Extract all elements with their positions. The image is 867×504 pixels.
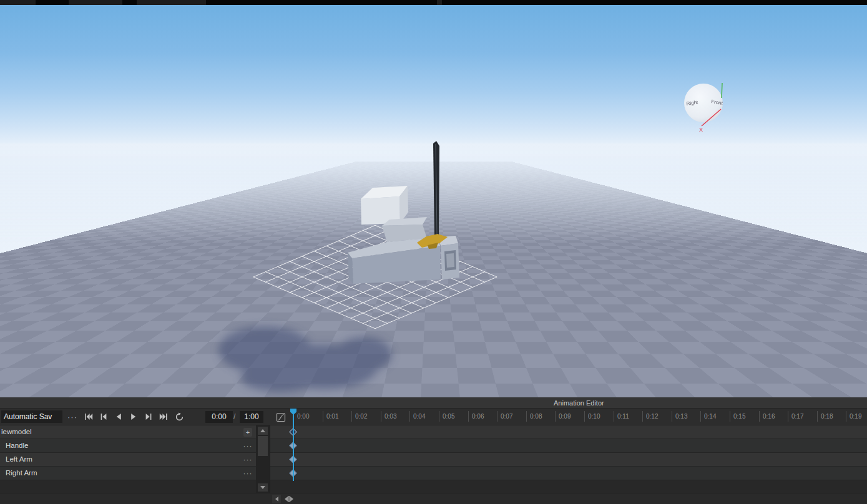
scroll-up-button[interactable] [258, 427, 268, 435]
add-track-button[interactable]: + [243, 428, 252, 437]
track-label: Handle [6, 442, 28, 449]
timeline-horizontal-scrollbar[interactable] [0, 493, 867, 504]
scroll-down-button[interactable] [258, 483, 268, 492]
studio-topbar [0, 0, 867, 5]
timeline-tick: 0:08 [526, 411, 542, 422]
previous-keyframe-icon [99, 412, 108, 421]
timeline-tick: 0:01 [323, 411, 338, 422]
left-arrow-icon [275, 497, 278, 502]
track-menu-button[interactable]: ··· [242, 454, 254, 465]
timeline-tick: 0:09 [555, 411, 571, 422]
loop-icon [175, 412, 184, 422]
zoom-left-icon [285, 497, 288, 502]
zoom-handle-bar-icon [288, 496, 290, 502]
next-keyframe-icon [144, 412, 153, 421]
topbar-segment [137, 0, 206, 5]
animation-editor-titlebar[interactable]: Animation Editor [0, 397, 867, 409]
scrollbar-thumb[interactable] [258, 436, 268, 456]
zoom-right-icon [290, 497, 293, 502]
skip-to-end-icon [159, 412, 168, 421]
timeline-tick: 0:17 [788, 411, 803, 422]
next-keyframe-button[interactable] [142, 410, 155, 423]
timeline-row[interactable] [270, 453, 867, 467]
track-list-scrollbar[interactable] [256, 425, 270, 493]
timeline-track-area[interactable] [270, 425, 867, 493]
timeline-tick: 0:12 [642, 411, 658, 422]
animation-editor-panel: Animation Editor Automatic Sav ··· [0, 397, 867, 504]
track-row-viewmodel[interactable]: iewmodel + [0, 425, 256, 439]
timeline-row[interactable] [270, 439, 867, 453]
track-label: Left Arm [6, 455, 32, 463]
track-label: iewmodel [1, 428, 32, 435]
timeline-tick: 0:13 [672, 411, 687, 422]
timeline-tick: 0:18 [817, 411, 833, 422]
play-button[interactable] [127, 410, 140, 423]
editor-menu-button[interactable]: ··· [66, 410, 79, 423]
skip-to-start-button[interactable] [82, 410, 96, 423]
timeline-zoom-handle[interactable] [283, 495, 295, 503]
track-label: Right Arm [6, 469, 37, 477]
track-row-right-arm[interactable]: Right Arm ··· [0, 467, 256, 480]
timeline-tick: 0:04 [409, 411, 425, 422]
timeline-tick: 0:19 [846, 411, 861, 422]
time-separator: / [233, 412, 235, 421]
timeline-row[interactable] [270, 467, 867, 480]
track-menu-button[interactable]: ··· [242, 468, 254, 479]
skip-to-end-button[interactable] [157, 410, 170, 423]
timeline-tick: 0:07 [497, 411, 512, 422]
loop-toggle-button[interactable] [172, 410, 186, 423]
track-row-handle[interactable]: Handle ··· [0, 439, 256, 453]
timeline-tick: 0:16 [759, 411, 775, 422]
animation-editor-toolbar: Automatic Sav ··· [0, 409, 867, 425]
panel-title: Animation Editor [554, 399, 604, 407]
playhead-line[interactable] [293, 409, 294, 481]
track-menu-button[interactable]: ··· [242, 440, 254, 452]
timeline-tick: 0:11 [614, 411, 629, 422]
timeline-tick: 0:05 [439, 411, 454, 422]
skip-to-start-icon [84, 412, 93, 421]
timeline-tick: 0:06 [468, 411, 484, 422]
horizon-haze [0, 143, 867, 243]
up-arrow-icon [260, 429, 265, 432]
animation-editor-body: iewmodel + Handle ··· Left Arm ··· Right… [0, 425, 867, 493]
scroll-left-button[interactable] [272, 495, 281, 503]
down-arrow-icon [260, 486, 265, 489]
timeline-tick: 0:03 [381, 411, 396, 422]
timeline-tick: 0:02 [351, 411, 367, 422]
previous-keyframe-button[interactable] [97, 410, 110, 423]
autosave-dropdown[interactable]: Automatic Sav [1, 410, 62, 423]
timeline-tick: 0:14 [700, 411, 716, 422]
play-reverse-button[interactable] [112, 410, 125, 423]
topbar-segment [0, 0, 36, 5]
topbar-segment [437, 0, 442, 5]
timeline-tick: 0:10 [584, 411, 600, 422]
play-reverse-icon [114, 412, 123, 421]
timeline-tick: 0:15 [730, 411, 745, 422]
topbar-segment [69, 0, 122, 5]
current-time-field[interactable]: 0:00 [205, 411, 233, 423]
end-time-field[interactable]: 1:00 [240, 411, 263, 423]
track-row-left-arm[interactable]: Left Arm ··· [0, 453, 256, 467]
3d-viewport[interactable]: Right Front X [0, 5, 867, 397]
track-list: iewmodel + Handle ··· Left Arm ··· Right… [0, 425, 256, 493]
play-icon [129, 412, 138, 421]
timeline-row[interactable] [270, 425, 867, 439]
